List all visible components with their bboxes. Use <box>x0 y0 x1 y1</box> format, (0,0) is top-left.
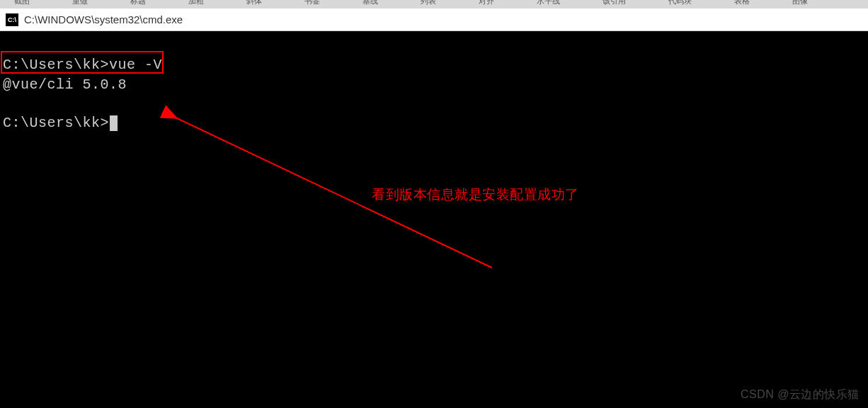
menu-item[interactable]: 书签 <box>304 0 320 5</box>
cmd-icon: C:\ <box>6 13 18 26</box>
menu-item[interactable]: 标题 <box>130 0 146 5</box>
watermark: CSDN @云边的快乐猫 <box>741 387 860 402</box>
menu-item[interactable]: 该引用 <box>603 0 626 5</box>
cmd-icon-label: C:\ <box>8 16 16 23</box>
terminal-body[interactable]: C:\Users\kk>vue -V @vue/cli 5.0.8 C:\Use… <box>0 31 868 408</box>
menu-item[interactable]: 截图 <box>14 0 30 5</box>
annotation-text: 看到版本信息就是安装配置成功了 <box>372 186 579 205</box>
terminal-line: C:\Users\kk> <box>0 113 868 133</box>
menu-item[interactable]: 水平线 <box>537 0 560 5</box>
prompt: C:\Users\kk> <box>3 115 109 131</box>
menu-item[interactable]: 基线 <box>362 0 378 5</box>
terminal-output-line: @vue/cli 5.0.8 <box>0 75 868 95</box>
editor-menu-bar: 截图 重做 标题 加粗 斜体 书签 基线 列表 对齐 水平线 该引用 代码块 表… <box>0 0 868 8</box>
menu-item[interactable]: 斜体 <box>246 0 262 5</box>
window-title-bar: C:\ C:\WINDOWS\system32\cmd.exe <box>0 8 868 31</box>
menu-item[interactable]: 列表 <box>421 0 436 5</box>
menu-item[interactable]: 对齐 <box>479 0 494 5</box>
menu-item[interactable]: 加粗 <box>188 0 204 5</box>
menu-item[interactable]: 重做 <box>72 0 88 5</box>
terminal-line: C:\Users\kk>vue -V <box>0 55 868 75</box>
prompt: C:\Users\kk> <box>3 57 109 73</box>
command-text: vue -V <box>109 57 162 73</box>
menu-item[interactable]: 表格 <box>734 0 750 5</box>
menu-item[interactable]: 代码块 <box>668 0 692 5</box>
menu-item[interactable]: 图像 <box>792 0 808 5</box>
window-title: C:\WINDOWS\system32\cmd.exe <box>24 13 183 26</box>
cursor <box>110 115 118 131</box>
